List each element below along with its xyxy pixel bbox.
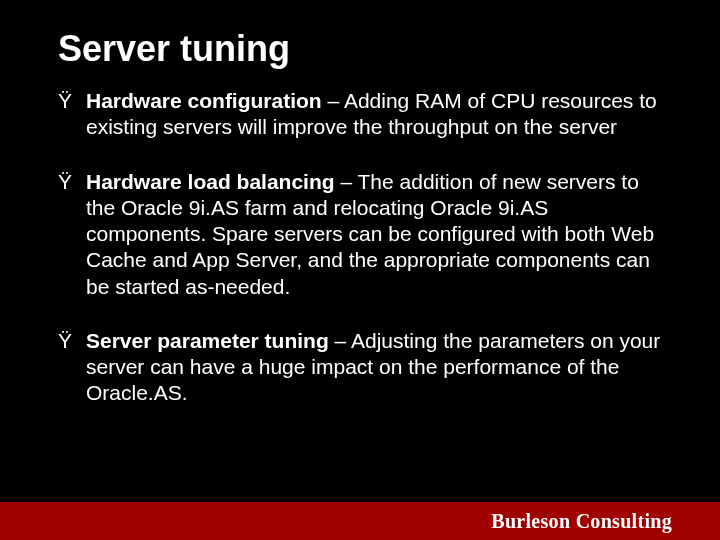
bullet-bold: Server parameter tuning	[86, 329, 329, 352]
footer-brand: Burleson Consulting	[491, 510, 672, 533]
bullet-bold: Hardware configuration	[86, 89, 322, 112]
bullet-marker-icon: Ÿ	[58, 169, 86, 195]
bullet-item: Ÿ Hardware load balancing – The addition…	[58, 169, 670, 300]
slide-content: Ÿ Hardware configuration – Adding RAM of…	[0, 70, 720, 407]
bullet-marker-icon: Ÿ	[58, 328, 86, 354]
bullet-item: Ÿ Hardware configuration – Adding RAM of…	[58, 88, 670, 141]
slide-container: Server tuning Ÿ Hardware configuration –…	[0, 0, 720, 540]
bullet-marker-icon: Ÿ	[58, 88, 86, 114]
slide-title: Server tuning	[0, 0, 720, 70]
bullet-text: Hardware configuration – Adding RAM of C…	[86, 88, 670, 141]
bullet-text: Server parameter tuning – Adjusting the …	[86, 328, 670, 407]
bullet-text: Hardware load balancing – The addition o…	[86, 169, 670, 300]
footer-bar: Burleson Consulting	[0, 502, 720, 540]
bullet-bold: Hardware load balancing	[86, 170, 335, 193]
bullet-item: Ÿ Server parameter tuning – Adjusting th…	[58, 328, 670, 407]
